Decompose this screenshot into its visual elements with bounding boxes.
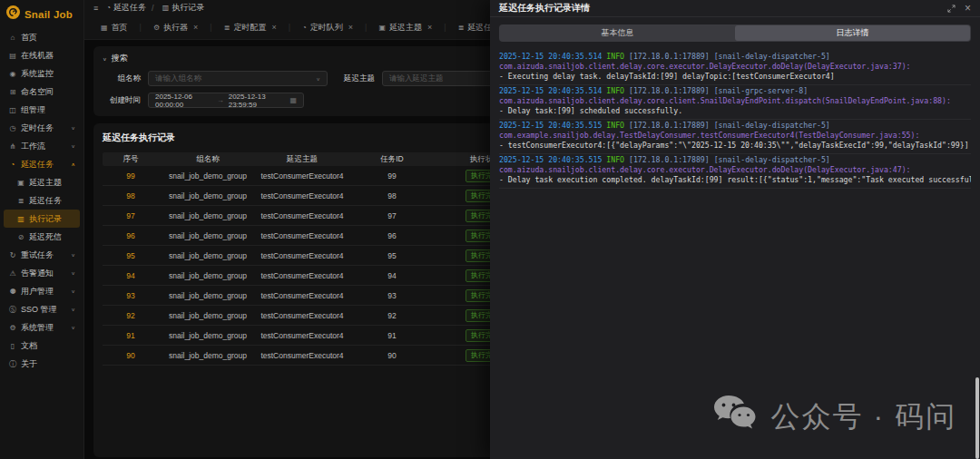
- close-icon[interactable]: ×: [965, 3, 971, 14]
- row-task-id: 99: [348, 171, 436, 181]
- log-timestamp: 2025-12-15 20:40:35.514: [499, 52, 602, 61]
- row-delay-topic: testConsumerExecutor4: [257, 271, 348, 280]
- sidebar-item[interactable]: ⓘ 关于: [4, 355, 80, 373]
- table-header-cell: 组名称: [159, 154, 257, 165]
- tab-item: ⚙ 执行器 ×: [135, 19, 206, 36]
- cron-queue-tab-icon: ◔: [302, 24, 307, 32]
- retry-task-icon: ↻: [8, 251, 17, 259]
- sidebar-subitem[interactable]: ▥ 执行记录: [4, 210, 80, 228]
- log-timestamp: 2025-12-15 20:40:35.515: [499, 121, 602, 130]
- row-delay-topic: testConsumerExecutor4: [257, 291, 348, 300]
- tab-close-icon[interactable]: ×: [427, 23, 432, 32]
- sidebar-item[interactable]: ↻ 重试任务 ∨: [4, 246, 80, 264]
- tab-item: ▣ 延迟主题 ×: [360, 19, 439, 36]
- tab[interactable]: ≣ 定时配置 ×: [217, 19, 284, 36]
- sidebar-item[interactable]: ⚠ 告警通知 ∨: [4, 264, 80, 282]
- log-entry: 2025-12-15 20:40:35.515 INFO [172.18.0.1…: [499, 154, 971, 189]
- chevron-icon: ∨: [71, 252, 75, 258]
- sidebar-item[interactable]: ⋔ 工作流 ∨: [4, 137, 80, 155]
- tab[interactable]: ⚙ 执行器 ×: [146, 19, 205, 36]
- row-delay-topic: testConsumerExecutor4: [257, 231, 348, 240]
- drawer-tab-label: 日志详情: [837, 27, 869, 39]
- drawer-tab[interactable]: 基本信息: [500, 25, 735, 41]
- row-group-name: snail_job_demo_group: [159, 351, 257, 360]
- sidebar-item[interactable]: Ⓢ SSO 管理 ∨: [4, 300, 80, 318]
- sidebar-item[interactable]: ⌂ 首页: [4, 28, 80, 46]
- sidebar-subitem[interactable]: ▣ 延迟主题: [4, 173, 80, 191]
- log-level: INFO: [606, 86, 624, 95]
- sidebar-collapse-icon[interactable]: ≡: [93, 4, 98, 13]
- home-tab-icon: ▦: [101, 24, 108, 32]
- sidebar-item[interactable]: ⊞ 命名空间: [4, 83, 80, 101]
- breadcrumb: ◔ 延迟任务 ▥ 执行记录: [106, 2, 204, 14]
- log-entry: 2025-12-15 20:40:35.514 INFO [172.18.0.1…: [499, 85, 971, 120]
- group-name-label: 组名称: [103, 73, 141, 84]
- sidebar-submenu: ▣ 延迟主题 ≣ 延迟任务 ▥ 执行记录: [0, 173, 83, 246]
- alert-notify-icon: ⚠: [8, 269, 17, 278]
- chevron-icon: ∨: [71, 307, 75, 312]
- sidebar-item[interactable]: ⚙ 系统管理 ∨: [4, 318, 80, 337]
- row-group-name: snail_job_demo_group: [159, 311, 257, 320]
- sidebar-item-label: 命名空间: [21, 86, 54, 98]
- log-message: - testConsumerExecutor4:[{"delayParams":…: [499, 141, 971, 151]
- sidebar-item-label: 定时任务: [21, 122, 54, 134]
- row-task-id: 92: [348, 311, 436, 320]
- sidebar-item[interactable]: ◉ 系统监控: [4, 64, 80, 83]
- namespace-icon: ⊞: [8, 88, 17, 96]
- sidebar-item[interactable]: ⚉ 用户管理 ∨: [4, 282, 80, 300]
- sidebar-item[interactable]: ◷ 定时任务 ∨: [4, 119, 80, 137]
- row-delay-topic: testConsumerExecutor4: [257, 171, 348, 181]
- breadcrumb-item[interactable]: ▥ 执行记录: [146, 2, 204, 14]
- sidebar-subitem[interactable]: ⊘ 延迟死信: [4, 228, 80, 246]
- docs-icon: ▯: [8, 342, 17, 350]
- log-location: com.aizuda.snailjob.client.delay.core.cl…: [499, 96, 971, 106]
- fullscreen-icon[interactable]: [947, 0, 956, 16]
- log-entry: 2025-12-15 20:40:35.514 INFO [172.18.0.1…: [499, 51, 971, 85]
- group-name-select[interactable]: 请输入组名称 ∨: [148, 71, 328, 86]
- tab-item: ▦ 首页 ×: [93, 19, 135, 36]
- sidebar-subitem-label: 延迟任务: [29, 195, 62, 207]
- row-group-name: snail_job_demo_group: [159, 171, 257, 181]
- row-task-id: 90: [348, 351, 436, 360]
- delay-task-sub-icon: ≣: [16, 197, 25, 205]
- sidebar-subitem[interactable]: ≣ 延迟任务: [4, 191, 80, 210]
- log-location: com.aizuda.snailjob.client.delay.core.ex…: [499, 62, 971, 72]
- scrollbar-thumb[interactable]: [975, 377, 979, 459]
- tab[interactable]: ▦ 首页 ×: [93, 19, 135, 36]
- chevron-icon: ∨: [71, 325, 75, 330]
- create-time-range-picker[interactable]: 2025-12-06 00:00:00 → 2025-12-13 23:59:5…: [148, 93, 304, 108]
- drawer-header: 延迟任务执行记录详情 ×: [490, 0, 980, 17]
- tab-close-icon[interactable]: ×: [193, 23, 198, 32]
- app-logo[interactable]: Snail Job: [0, 0, 83, 26]
- tab-close-icon[interactable]: ×: [348, 23, 353, 32]
- sidebar-item[interactable]: ◔ 延迟任务 ∧: [4, 155, 80, 173]
- drawer-tab[interactable]: 日志详情: [735, 25, 970, 41]
- tab-label: 延迟主题: [389, 22, 422, 34]
- tab[interactable]: ▣ 延迟主题 ×: [371, 19, 439, 36]
- cron-config-tab-icon: ≣: [224, 24, 230, 32]
- row-seq: 97: [103, 211, 159, 220]
- row-group-name: snail_job_demo_group: [159, 271, 257, 280]
- log-viewer: 2025-12-15 20:40:35.514 INFO [172.18.0.1…: [490, 47, 980, 192]
- sidebar-item-label: 重试任务: [21, 249, 54, 261]
- sidebar-item-label: 告警通知: [21, 268, 54, 279]
- search-panel-title: 搜索: [112, 53, 128, 64]
- sidebar-item[interactable]: ▯ 文档: [4, 337, 80, 355]
- delay-task-icon: ◔: [8, 161, 17, 169]
- tab[interactable]: ◔ 定时队列 ×: [295, 19, 360, 36]
- create-time-label: 创建时间: [103, 95, 141, 106]
- online-machines-icon: ▤: [8, 52, 17, 60]
- range-end-value: 2025-12-13 23:59:59: [229, 93, 286, 109]
- collapse-chevron-icon: ∨: [103, 55, 107, 61]
- row-task-id: 95: [348, 251, 436, 260]
- sidebar-item-label: 工作流: [21, 141, 45, 152]
- sidebar-item[interactable]: ◫ 组管理: [4, 101, 80, 119]
- sidebar-item[interactable]: ▤ 在线机器: [4, 46, 80, 64]
- row-delay-topic: testConsumerExecutor4: [257, 191, 348, 200]
- tab-close-icon[interactable]: ×: [271, 23, 276, 32]
- sidebar-subitem-label: 延迟死信: [29, 231, 62, 243]
- breadcrumb-item[interactable]: ◔ 延迟任务: [106, 2, 146, 14]
- select-chevron-icon: ∨: [316, 75, 320, 81]
- tab-item: ≣ 定时配置 ×: [205, 19, 283, 36]
- log-level: INFO: [606, 121, 624, 130]
